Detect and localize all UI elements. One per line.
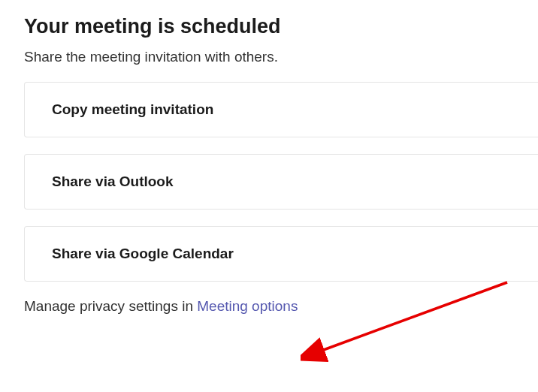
option-label: Copy meeting invitation: [52, 101, 213, 117]
option-label: Share via Google Calendar: [52, 246, 234, 261]
share-via-outlook-button[interactable]: Share via Outlook: [24, 154, 538, 210]
meeting-options-link[interactable]: Meeting options: [197, 298, 298, 314]
page-title: Your meeting is scheduled: [24, 15, 538, 38]
footer-text: Manage privacy settings in Meeting optio…: [24, 298, 538, 315]
annotation-arrow-icon: [301, 276, 518, 366]
copy-meeting-invitation-button[interactable]: Copy meeting invitation: [24, 82, 538, 137]
share-via-google-calendar-button[interactable]: Share via Google Calendar: [24, 226, 538, 282]
svg-line-1: [319, 282, 507, 351]
option-label: Share via Outlook: [52, 173, 174, 189]
footer-prefix: Manage privacy settings in: [24, 298, 197, 314]
page-subtitle: Share the meeting invitation with others…: [24, 49, 538, 65]
